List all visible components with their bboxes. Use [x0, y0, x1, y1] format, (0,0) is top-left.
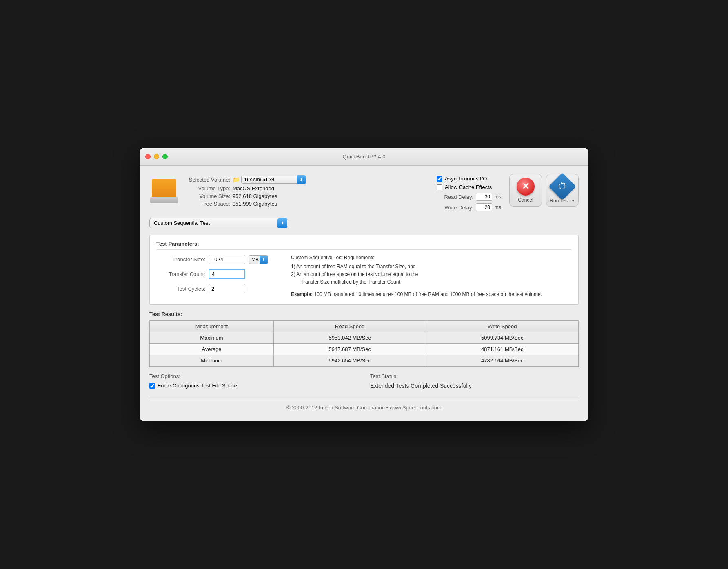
- results-title: Test Results:: [149, 311, 579, 317]
- params-requirements-layout: Transfer Size: MB KB GB Transfer C: [156, 255, 572, 298]
- write-delay-label: Write Delay:: [437, 204, 473, 211]
- selected-volume-label: Selected Volume:: [185, 177, 230, 183]
- write-delay-row: Write Delay: ms: [437, 203, 501, 211]
- row-average-write: 4871.161 MB/Sec: [426, 344, 579, 355]
- table-row: Maximum 5953.042 MB/Sec 5099.734 MB/Sec: [150, 332, 579, 344]
- requirements-text: 1) An amount of free RAM equal to the Tr…: [291, 263, 572, 287]
- requirements-title: Custom Sequential Test Requirements:: [291, 255, 572, 260]
- test-options-title: Test Options:: [149, 373, 358, 379]
- volume-size-value: 952.618 Gigabytes: [233, 193, 277, 199]
- parameters-title: Test Parameters:: [156, 241, 572, 250]
- table-row: Average 5947.687 MB/Sec 4871.161 MB/Sec: [150, 344, 579, 355]
- write-delay-input[interactable]: [476, 203, 492, 211]
- drive-info-block: Selected Volume: 📁 16x sm951 x4 Volume T…: [149, 174, 306, 207]
- requirements-section: Custom Sequential Test Requirements: 1) …: [291, 255, 572, 298]
- footer: © 2000-2012 Intech Software Corporation …: [149, 400, 579, 413]
- bottom-section: Test Options: Force Contiguous Test File…: [149, 373, 579, 389]
- row-minimum-label: Minimum: [150, 355, 274, 367]
- async-io-checkbox[interactable]: [437, 176, 442, 182]
- col-write-speed: Write Speed: [426, 321, 579, 332]
- read-delay-row: Read Delay: ms: [437, 193, 501, 201]
- run-dropdown-arrow-icon[interactable]: ▼: [571, 199, 575, 203]
- test-type-section: Custom Sequential Test: [149, 218, 579, 228]
- parameters-inputs: Transfer Size: MB KB GB Transfer C: [156, 255, 279, 298]
- volume-type-value: MacOS Extended: [233, 185, 274, 191]
- cancel-label: Cancel: [518, 197, 533, 203]
- row-minimum-write: 4782.164 MB/Sec: [426, 355, 579, 367]
- cancel-button[interactable]: ✕ Cancel: [509, 174, 542, 207]
- cancel-icon: ✕: [517, 178, 535, 196]
- volume-type-label: Volume Type:: [185, 185, 230, 191]
- parameters-section: Test Parameters: Transfer Size: MB KB GB: [149, 235, 579, 305]
- row-maximum-write: 5099.734 MB/Sec: [426, 332, 579, 344]
- col-read-speed: Read Speed: [274, 321, 426, 332]
- close-button[interactable]: [145, 154, 151, 159]
- example-bold: Example:: [291, 291, 313, 297]
- test-cycles-label: Test Cycles:: [156, 286, 205, 292]
- force-contiguous-checkbox[interactable]: [149, 383, 155, 389]
- row-maximum-read: 5953.042 MB/Sec: [274, 332, 426, 344]
- transfer-count-row: Transfer Count:: [156, 269, 279, 279]
- test-options-section: Test Options: Force Contiguous Test File…: [149, 373, 358, 389]
- results-table: Measurement Read Speed Write Speed Maxim…: [149, 320, 579, 367]
- maximize-button[interactable]: [162, 154, 168, 159]
- requirements-line2: 2) An amount of free space on the test v…: [291, 271, 572, 278]
- minimize-button[interactable]: [154, 154, 159, 159]
- io-options: Asynchronous I/O Allow Cache Effects Rea…: [437, 174, 501, 211]
- volume-type-row: Volume Type: MacOS Extended: [185, 185, 306, 191]
- requirements-example: Example: 100 MB transfered 10 times requ…: [291, 291, 572, 298]
- read-delay-input[interactable]: [476, 193, 492, 201]
- async-io-label: Asynchronous I/O: [445, 176, 487, 182]
- test-type-select-wrapper: Custom Sequential Test: [149, 218, 288, 228]
- row-maximum-label: Maximum: [150, 332, 274, 344]
- test-cycles-row: Test Cycles:: [156, 284, 279, 293]
- transfer-size-input[interactable]: [209, 255, 245, 264]
- action-buttons: ✕ Cancel ⏱ Run Test: ▼: [509, 174, 579, 207]
- test-status-section: Test Status: Extended Tests Completed Su…: [370, 373, 579, 389]
- test-type-select[interactable]: Custom Sequential Test: [149, 218, 288, 228]
- results-header-row: Measurement Read Speed Write Speed: [150, 321, 579, 332]
- volume-info: Selected Volume: 📁 16x sm951 x4 Volume T…: [185, 174, 306, 207]
- allow-cache-checkbox[interactable]: [437, 184, 442, 190]
- unit-select-wrapper: MB KB GB: [249, 255, 268, 264]
- transfer-size-label: Transfer Size:: [156, 256, 205, 262]
- drive-icon: [149, 174, 179, 203]
- footer-text: © 2000-2012 Intech Software Corporation …: [286, 405, 442, 411]
- read-delay-ms: ms: [495, 194, 501, 200]
- allow-cache-label: Allow Cache Effects: [445, 184, 492, 190]
- volume-size-label: Volume Size:: [185, 193, 230, 199]
- cancel-x-icon: ✕: [522, 182, 529, 191]
- force-contiguous-label: Force Contiguous Test File Space: [158, 382, 237, 389]
- free-space-value: 951.999 Gigabytes: [233, 201, 277, 207]
- selected-volume-row: Selected Volume: 📁 16x sm951 x4: [185, 176, 306, 184]
- free-space-row: Free Space: 951.999 Gigabytes: [185, 201, 306, 207]
- col-measurement: Measurement: [150, 321, 274, 332]
- read-delay-label: Read Delay:: [437, 194, 473, 200]
- run-test-icon: ⏱: [548, 173, 576, 200]
- footer-separator: [149, 396, 579, 396]
- main-content: Selected Volume: 📁 16x sm951 x4 Volume T…: [140, 166, 588, 421]
- row-average-label: Average: [150, 344, 274, 355]
- run-test-button[interactable]: ⏱ Run Test: ▼: [546, 174, 579, 207]
- test-cycles-input[interactable]: [209, 284, 245, 293]
- unit-select[interactable]: MB KB GB: [249, 255, 268, 264]
- transfer-count-input[interactable]: [209, 269, 245, 279]
- top-section: Selected Volume: 📁 16x sm951 x4 Volume T…: [149, 174, 579, 211]
- async-io-row: Asynchronous I/O: [437, 176, 501, 182]
- test-status-value: Extended Tests Completed Successfully: [370, 382, 579, 389]
- requirements-line3: Transfer Size multiplied by the Transfer…: [291, 278, 572, 286]
- free-space-label: Free Space:: [185, 201, 230, 207]
- allow-cache-row: Allow Cache Effects: [437, 184, 501, 190]
- results-section: Test Results: Measurement Read Speed Wri…: [149, 311, 579, 367]
- row-average-read: 5947.687 MB/Sec: [274, 344, 426, 355]
- volume-select[interactable]: 16x sm951 x4: [241, 176, 306, 184]
- write-delay-ms: ms: [495, 204, 501, 210]
- main-window: QuickBench™ 4.0 Selected Volume: 📁: [140, 148, 588, 421]
- volume-size-row: Volume Size: 952.618 Gigabytes: [185, 193, 306, 199]
- table-row: Minimum 5942.654 MB/Sec 4782.164 MB/Sec: [150, 355, 579, 367]
- window-title: QuickBench™ 4.0: [343, 153, 386, 160]
- requirements-line1: 1) An amount of free RAM equal to the Tr…: [291, 263, 572, 271]
- row-minimum-read: 5942.654 MB/Sec: [274, 355, 426, 367]
- drive-icon-base: [150, 197, 178, 203]
- transfer-count-label: Transfer Count:: [156, 271, 205, 277]
